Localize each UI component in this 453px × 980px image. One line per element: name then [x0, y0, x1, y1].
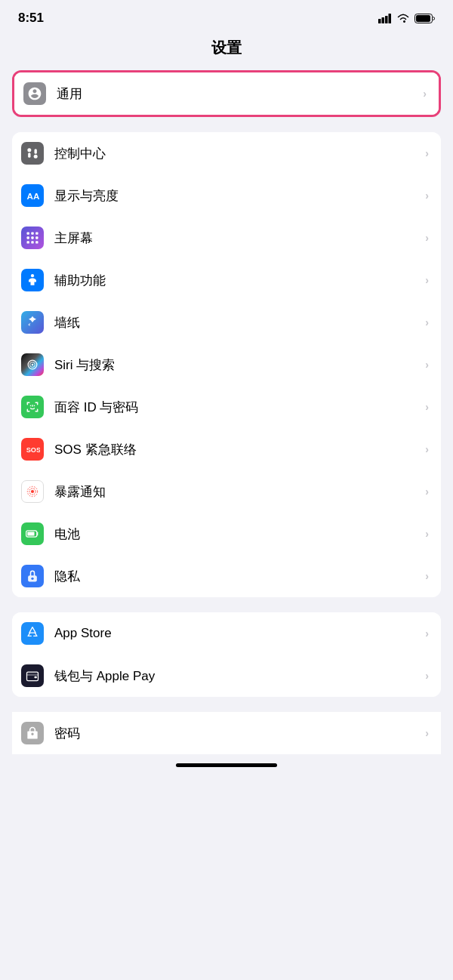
- wallpaper-label: 墙纸: [54, 314, 422, 331]
- svg-rect-2: [385, 16, 388, 23]
- svg-rect-17: [27, 241, 29, 243]
- display-icon: AA: [21, 184, 44, 207]
- passwords-label: 密码: [54, 725, 422, 742]
- settings-row-general[interactable]: 通用 ›: [14, 72, 439, 115]
- settings-row-wallet[interactable]: 钱包与 Apple Pay ›: [12, 655, 441, 697]
- faceid-chevron: ›: [425, 401, 429, 413]
- settings-row-wallpaper[interactable]: 墙纸 ›: [12, 301, 441, 344]
- general-chevron: ›: [423, 88, 427, 100]
- section-passwords: 密码 ›: [12, 712, 441, 754]
- appstore-chevron: ›: [425, 627, 429, 639]
- accessibility-icon: [21, 269, 44, 291]
- cc-chevron: ›: [425, 147, 429, 159]
- settings-row-faceid[interactable]: 面容 ID 与密码 ›: [12, 386, 441, 428]
- svg-rect-32: [27, 532, 34, 536]
- settings-row-display[interactable]: AA 显示与亮度 ›: [12, 174, 441, 217]
- svg-rect-1: [382, 17, 385, 23]
- settings-row-siri[interactable]: Siri 与搜索 ›: [12, 344, 441, 386]
- exposure-label: 暴露通知: [54, 483, 422, 501]
- status-icons: [378, 13, 435, 23]
- svg-rect-0: [378, 19, 381, 23]
- accessibility-chevron: ›: [425, 274, 429, 286]
- settings-row-control-center[interactable]: 控制中心 ›: [12, 132, 441, 174]
- svg-rect-12: [31, 233, 33, 235]
- wallpaper-icon: [21, 311, 44, 334]
- signal-icon: [378, 14, 392, 23]
- svg-rect-18: [31, 241, 33, 243]
- wallet-label: 钱包与 Apple Pay: [54, 667, 422, 685]
- appstore-icon: [21, 622, 44, 645]
- svg-point-20: [31, 274, 34, 277]
- passwords-icon: [21, 722, 44, 744]
- svg-point-34: [31, 578, 33, 580]
- exposure-chevron: ›: [425, 485, 429, 498]
- homescreen-label: 主屏幕: [54, 230, 422, 247]
- battery-chevron: ›: [425, 528, 429, 540]
- svg-rect-14: [27, 236, 29, 239]
- passwords-chevron: ›: [425, 727, 429, 739]
- svg-rect-15: [31, 236, 33, 239]
- svg-rect-13: [35, 233, 38, 235]
- siri-label: Siri 与搜索: [54, 356, 422, 374]
- settings-row-sos[interactable]: SOS SOS 紧急联络 ›: [12, 428, 441, 470]
- svg-point-7: [34, 155, 38, 159]
- section-appstore-wallet: App Store › 钱包与 Apple Pay ›: [12, 612, 441, 697]
- display-chevron: ›: [425, 190, 429, 202]
- battery-label: 电池: [54, 525, 422, 543]
- appstore-label: App Store: [54, 626, 422, 641]
- svg-rect-19: [35, 241, 38, 243]
- settings-row-passwords[interactable]: 密码 ›: [12, 712, 441, 754]
- faceid-icon: [21, 396, 44, 418]
- status-bar: 8:51: [0, 0, 453, 32]
- sos-icon: SOS: [21, 438, 44, 461]
- settings-row-exposure[interactable]: 暴露通知 ›: [12, 470, 441, 513]
- svg-point-28: [31, 490, 34, 493]
- battery-icon: [414, 14, 435, 23]
- svg-point-24: [30, 405, 32, 407]
- privacy-label: 隐私: [54, 568, 422, 585]
- settings-row-accessibility[interactable]: 辅助功能 ›: [12, 259, 441, 301]
- svg-point-6: [27, 148, 31, 152]
- control-center-label: 控制中心: [54, 145, 422, 162]
- wallet-chevron: ›: [425, 670, 429, 682]
- general-icon: [23, 82, 46, 105]
- svg-text:AA: AA: [27, 191, 40, 201]
- svg-rect-35: [27, 672, 39, 681]
- settings-row-privacy[interactable]: 隐私 ›: [12, 555, 441, 597]
- svg-rect-37: [35, 676, 37, 679]
- settings-row-appstore[interactable]: App Store ›: [12, 612, 441, 655]
- sos-label: SOS 紧急联络: [54, 441, 422, 458]
- privacy-chevron: ›: [425, 570, 429, 582]
- settings-row-battery[interactable]: 电池 ›: [12, 513, 441, 555]
- wallpaper-chevron: ›: [425, 316, 429, 328]
- section-main-rest: 控制中心 › AA 显示与亮度 › 主屏幕 › 辅助功能 › 墙纸 ›: [12, 132, 441, 597]
- general-label: 通用: [57, 85, 420, 103]
- exposure-icon: [21, 480, 44, 503]
- accessibility-label: 辅助功能: [54, 272, 422, 289]
- display-label: 显示与亮度: [54, 187, 422, 205]
- svg-point-23: [32, 364, 34, 366]
- homescreen-icon: [21, 227, 44, 249]
- svg-rect-9: [35, 149, 37, 154]
- home-indicator: [176, 763, 277, 767]
- battery-row-icon: [21, 522, 44, 545]
- svg-rect-8: [28, 153, 30, 158]
- wallet-icon: [21, 664, 44, 687]
- siri-chevron: ›: [425, 359, 429, 371]
- privacy-icon: [21, 565, 44, 587]
- settings-row-homescreen[interactable]: 主屏幕 ›: [12, 217, 441, 259]
- svg-rect-36: [27, 674, 39, 676]
- svg-text:SOS: SOS: [26, 446, 40, 454]
- svg-rect-5: [416, 15, 430, 22]
- control-center-icon: [21, 142, 44, 165]
- section-main: 通用 ›: [12, 70, 441, 117]
- status-time: 8:51: [18, 11, 44, 26]
- wifi-icon: [396, 13, 410, 23]
- siri-icon: [21, 353, 44, 376]
- svg-rect-3: [389, 14, 392, 23]
- svg-point-25: [34, 405, 35, 407]
- svg-rect-16: [35, 236, 38, 239]
- sos-chevron: ›: [425, 443, 429, 455]
- homescreen-chevron: ›: [425, 232, 429, 244]
- svg-rect-11: [27, 233, 29, 235]
